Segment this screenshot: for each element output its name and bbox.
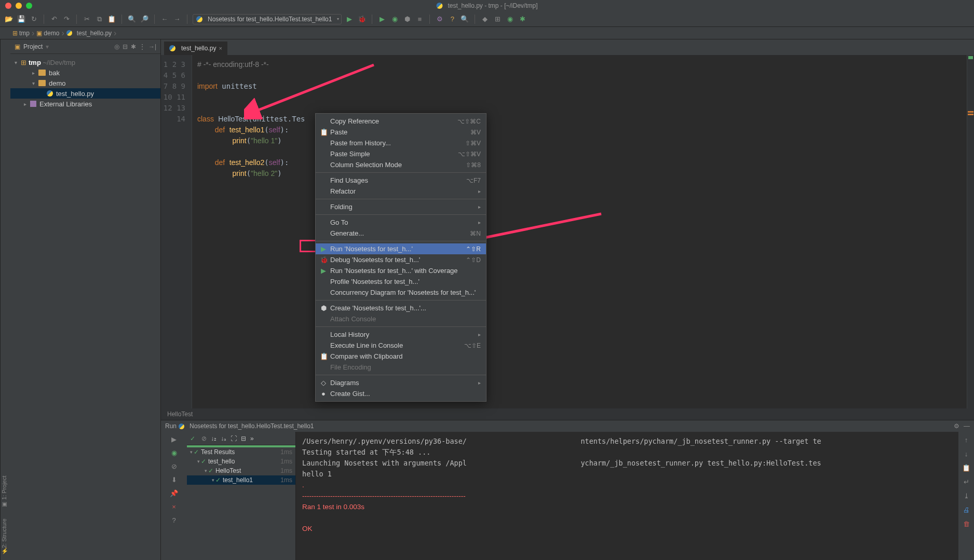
context-menu-item[interactable]: Concurrency Diagram for 'Nosetests for t… <box>316 287 486 298</box>
console-output[interactable]: /Users/henry/.pyenv/versions/py36-base/ … <box>296 432 958 560</box>
context-menu-item[interactable]: Copy Reference⌥⇧⌘C <box>316 116 486 127</box>
scroll-icon[interactable]: ⤓ <box>964 492 969 500</box>
help-icon[interactable]: ? <box>448 15 457 24</box>
rerun-icon[interactable]: ▶ <box>170 435 178 443</box>
structure-icon[interactable]: ◉ <box>505 15 515 24</box>
crumb-root[interactable]: ⊞ tmp <box>10 30 32 37</box>
context-menu-item[interactable]: ▶Run 'Nosetests for test_h...' with Cove… <box>316 265 486 276</box>
tree-root[interactable]: ▾⊞ tmp ~/iDev/tmp <box>10 57 160 67</box>
test-row[interactable]: ▾✓test_hello11ms <box>187 475 295 485</box>
plugin-icon[interactable]: ✱ <box>518 15 527 24</box>
project-tab[interactable]: ▣ 1: Project <box>1 476 10 509</box>
project-tree[interactable]: ▾⊞ tmp ~/iDev/tmp ▸bak▾demotest_hello.py… <box>10 54 160 112</box>
run-config-dropdown[interactable]: Nosetests for test_hello.HelloTest.test_… <box>193 14 342 24</box>
context-menu-item[interactable]: ⬢Create 'Nosetests for test_h...'... <box>316 303 486 313</box>
forward-icon[interactable]: → <box>172 15 182 24</box>
sort-alpha-icon[interactable]: ↓ₐ <box>221 435 226 442</box>
run-icon-2[interactable]: ▶ <box>377 15 387 24</box>
test-row[interactable]: ▾✓test_hello1ms <box>187 457 295 466</box>
save-icon[interactable]: 💾 <box>17 15 26 24</box>
replace-icon[interactable]: 🔎 <box>140 15 149 24</box>
minimize-icon[interactable]: — <box>964 422 970 430</box>
zoom-window-button[interactable] <box>26 3 32 9</box>
target-icon[interactable]: ◎ <box>114 43 119 50</box>
print-icon[interactable]: 🖨 <box>963 506 970 514</box>
clear-icon[interactable]: 🗑 <box>963 520 970 528</box>
stop-icon[interactable]: ⊘ <box>170 462 178 470</box>
settings-icon[interactable]: ⚙ <box>435 15 444 24</box>
up-icon[interactable]: ↑ <box>965 436 968 444</box>
expand-icon[interactable]: ⛶ <box>231 435 237 442</box>
profile-icon[interactable]: ⬢ <box>402 15 412 24</box>
context-menu-item[interactable]: ◇Diagrams▸ <box>316 377 486 388</box>
editor-tab[interactable]: test_hello.py × <box>164 42 227 55</box>
github-icon[interactable]: ◆ <box>480 15 490 24</box>
context-menu-item[interactable]: Column Selection Mode⇧⌘8 <box>316 159 486 170</box>
test-row[interactable]: ▾✓Test Results1ms <box>187 447 295 457</box>
context-menu-item[interactable]: ▶Run 'Nosetests for test_h...'⌃⇧R <box>316 243 486 254</box>
context-menu-item[interactable]: Execute Line in Console⌥⇧E <box>316 340 486 351</box>
context-menu-item[interactable]: Paste Simple⌥⇧⌘V <box>316 148 486 159</box>
test-row[interactable]: ▾✓HelloTest1ms <box>187 466 295 475</box>
redo-icon[interactable]: ↷ <box>62 15 71 24</box>
tree-item[interactable]: ▾demo <box>10 78 160 88</box>
structure-tab[interactable]: ⚡2: Structure <box>1 518 10 555</box>
close-tab-icon[interactable]: × <box>219 45 222 51</box>
collapse-icon[interactable]: ⊟ <box>241 435 246 442</box>
context-menu-item[interactable]: ●Create Gist... <box>316 388 486 399</box>
tree-item[interactable]: ▸External Libraries <box>10 99 160 109</box>
context-menu-item[interactable]: Local History▸ <box>316 329 486 340</box>
context-menu-item[interactable]: Generate...⌘N <box>316 228 486 239</box>
tree-item[interactable]: ▸bak <box>10 67 160 78</box>
toggle-icon[interactable]: ◉ <box>170 448 178 457</box>
more-icon[interactable]: ⋮ <box>139 43 145 50</box>
editor[interactable]: 1 2 3 4 5 6 7 8 9 10 11 12 13 14 # -*- e… <box>161 55 974 408</box>
copy-icon[interactable]: ⧉ <box>94 15 104 24</box>
left-tool-tabs[interactable]: ⚡2: Structure ▣ 1: Project <box>0 39 10 560</box>
context-menu-item[interactable]: Find Usages⌥F7 <box>316 175 486 186</box>
wrap-icon[interactable]: ↵ <box>964 478 969 486</box>
find-icon[interactable]: 🔍 <box>127 15 137 24</box>
context-menu-item[interactable]: Folding▸ <box>316 201 486 212</box>
tree-item[interactable]: test_hello.py <box>10 88 160 99</box>
context-menu[interactable]: Copy Reference⌥⇧⌘C📋Paste⌘VPaste from His… <box>315 113 486 402</box>
help-icon[interactable]: ? <box>170 516 178 524</box>
more-icon[interactable]: » <box>250 435 254 442</box>
close-window-button[interactable] <box>5 3 11 9</box>
context-menu-item[interactable]: Go To▸ <box>316 217 486 228</box>
context-menu-item[interactable]: Paste from History...⇧⌘V <box>316 138 486 148</box>
passed-filter-icon[interactable]: ✓ <box>190 435 195 442</box>
hide-icon[interactable]: →| <box>148 43 156 50</box>
dump-icon[interactable]: ⬇ <box>170 475 178 484</box>
open-icon[interactable]: 📂 <box>4 15 13 24</box>
sort-icon[interactable]: ↓₂ <box>211 435 217 442</box>
cut-icon[interactable]: ✂ <box>82 15 91 24</box>
code-content[interactable]: # -*- encoding:utf-8 -*- import unittest… <box>192 55 967 408</box>
context-menu-item[interactable]: 📋Compare with Clipboard <box>316 351 486 362</box>
debug-icon[interactable]: 🐞 <box>357 15 367 24</box>
context-menu-item[interactable]: Profile 'Nosetests for test_h...' <box>316 276 486 287</box>
context-menu-item[interactable]: 🐞Debug 'Nosetests for test_h...'⌃⇧D <box>316 254 486 265</box>
crumb-folder[interactable]: ▣ demo <box>34 30 61 37</box>
crumb-file[interactable]: test_hello.py <box>64 30 114 37</box>
context-menu-item[interactable]: Refactor▸ <box>316 186 486 197</box>
settings-icon[interactable]: ✱ <box>131 43 136 50</box>
coverage-icon[interactable]: ◉ <box>390 15 399 24</box>
back-icon[interactable]: ← <box>160 15 169 24</box>
minimize-window-button[interactable] <box>16 3 22 9</box>
sync-icon[interactable]: ↻ <box>29 15 38 24</box>
pin-icon[interactable]: 📌 <box>170 489 178 497</box>
error-stripe[interactable] <box>967 55 974 408</box>
test-results-tree[interactable]: ✓ ⊘ ↓₂ ↓ₐ ⛶ ⊟ » ▾✓Test Results1ms▾✓test_… <box>187 432 296 560</box>
collapse-icon[interactable]: ⊟ <box>123 43 128 50</box>
undo-icon[interactable]: ↶ <box>49 15 59 24</box>
down-icon[interactable]: ↓ <box>965 450 968 458</box>
paste-icon[interactable]: 📋 <box>107 15 116 24</box>
run-icon[interactable]: ▶ <box>345 15 354 24</box>
search-everywhere-icon[interactable]: 🔍 <box>460 15 469 24</box>
ignored-filter-icon[interactable]: ⊘ <box>201 435 207 442</box>
close-icon[interactable]: × <box>170 502 178 511</box>
stop-icon[interactable]: ■ <box>415 15 424 24</box>
context-menu-item[interactable]: 📋Paste⌘V <box>316 127 486 138</box>
export-icon[interactable]: 📋 <box>962 464 970 472</box>
